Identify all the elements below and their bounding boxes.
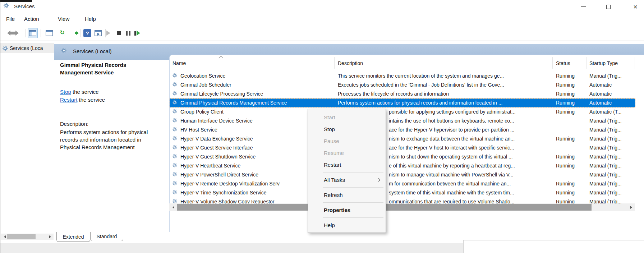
tree-horizontal-scrollbar[interactable] [1, 234, 54, 240]
context-menu-item-all-tasks[interactable]: All Tasks [308, 174, 386, 186]
service-gear-icon [174, 146, 176, 149]
context-menu-item-help[interactable]: Help [308, 219, 386, 231]
services-gear-icon [4, 47, 7, 50]
tab-extended[interactable]: Extended [56, 232, 90, 242]
toolbar: ↻ ? [0, 25, 644, 41]
cell-name: Gimmal Lifecycle Processing Service [180, 89, 335, 98]
service-gear-icon [174, 137, 176, 140]
table-row[interactable]: Geolocation Service This service monitor… [170, 72, 635, 80]
properties-icon[interactable] [44, 28, 54, 38]
cell-description: Executes jobs scheduled in the 'Gimmal -… [338, 80, 552, 89]
services-window: Services × File Action View Help ↻ ? Ser… [0, 0, 644, 253]
pause-service-icon[interactable] [123, 28, 133, 38]
cell-startup-type: Manual (Trig... [589, 170, 635, 179]
cell-startup-type: Automatic (T... [589, 107, 635, 116]
cell-description: This service monitors the current locati… [338, 72, 552, 80]
table-row[interactable]: Hyper-V Time Synchronization Service sys… [170, 188, 635, 197]
cell-description: nism to manage virtual machine with Powe… [389, 170, 552, 179]
menu-separator [323, 217, 383, 218]
start-service-icon[interactable] [105, 28, 115, 38]
console-tree-pane: Services (Loca [0, 41, 54, 243]
tab-standard[interactable]: Standard [90, 232, 123, 241]
tree-item-label: Services (Loca [10, 45, 43, 51]
context-menu-item-start[interactable]: Start [308, 111, 386, 123]
stop-service-link[interactable]: Stop [60, 89, 71, 95]
table-row[interactable]: Group Policy Client ponsible for applyin… [170, 107, 635, 116]
menu-separator [323, 172, 383, 172]
table-row[interactable]: Gimmal Job Scheduler Executes jobs sched… [170, 80, 635, 89]
context-menu-item-stop[interactable]: Stop [308, 123, 386, 135]
close-icon: × [633, 3, 638, 10]
column-header-name[interactable]: Name [172, 58, 186, 69]
restart-service-link[interactable]: Restart [60, 97, 77, 103]
service-gear-icon [174, 119, 176, 122]
menu-file[interactable]: File [6, 16, 15, 22]
stop-service-icon[interactable] [114, 28, 124, 38]
cell-status: Running [556, 72, 585, 80]
table-row[interactable]: Gimmal Lifecycle Processing Service Proc… [170, 89, 635, 98]
table-row[interactable]: Hyper-V Data Exchange Service nism to ex… [170, 134, 635, 143]
table-row[interactable]: Gimmal Physical Records Management Servi… [170, 98, 635, 107]
forward-icon[interactable] [13, 28, 23, 38]
table-row[interactable]: Hyper-V Volume Shadow Copy Requestor omm… [170, 197, 635, 203]
cell-name: Gimmal Job Scheduler [180, 80, 335, 89]
context-menu-item-restart[interactable]: Restart [308, 159, 386, 171]
cell-description: ponsible for applying settings configure… [389, 107, 552, 116]
tree-scroll-thumb[interactable] [7, 234, 36, 239]
cell-startup-type: Automatic [589, 89, 635, 98]
column-header-status[interactable]: Status [556, 58, 570, 69]
cell-status: Running [556, 161, 585, 170]
column-header-description[interactable]: Description [338, 58, 363, 69]
cell-status [556, 143, 585, 152]
scroll-right-icon[interactable] [629, 203, 635, 211]
restart-service-icon[interactable] [133, 28, 143, 38]
show-hide-action-pane-icon[interactable] [93, 28, 103, 38]
scroll-left-icon[interactable] [169, 203, 176, 211]
close-button[interactable]: × [627, 2, 643, 12]
context-menu-item-properties[interactable]: Properties [308, 204, 386, 216]
tree-item-services-local[interactable]: Services (Loca [0, 43, 54, 53]
cell-startup-type: Automatic [589, 98, 635, 107]
window-title: Services [14, 3, 35, 9]
cell-startup-type: Manual (Trig... [589, 179, 635, 188]
stop-service-line: Stop the service [60, 89, 99, 95]
cell-startup-type: Manual (Trig... [589, 188, 635, 197]
menu-help[interactable]: Help [85, 16, 96, 22]
table-row[interactable]: Hyper-V PowerShell Direct Service nism t… [170, 170, 635, 179]
menu-action[interactable]: Action [24, 16, 39, 22]
cell-status [556, 170, 585, 179]
cell-status: Running [556, 179, 585, 188]
table-row[interactable]: Human Interface Device Service intains t… [170, 116, 635, 125]
minimize-button[interactable] [575, 2, 591, 12]
refresh-icon[interactable]: ↻ [56, 28, 66, 38]
tree-scroll-left-icon[interactable] [1, 234, 7, 240]
table-row[interactable]: Hyper-V Remote Desktop Virtualization Se… [170, 179, 635, 188]
show-hide-console-tree-icon[interactable] [28, 28, 38, 38]
table-row[interactable]: HV Host Service ace for the Hyper-V hype… [170, 125, 635, 134]
horizontal-scrollbar[interactable] [169, 203, 635, 211]
table-row[interactable]: Hyper-V Guest Service Interface ace for … [170, 143, 635, 152]
table-row[interactable]: Hyper-V Guest Shutdown Service nism to s… [170, 152, 635, 161]
menu-view[interactable]: View [58, 16, 69, 22]
cell-startup-type: Manual (Trig... [589, 143, 635, 152]
cell-description: system time of this virtual machine with… [389, 188, 552, 197]
help-icon[interactable]: ? [82, 28, 92, 38]
context-menu-item-resume[interactable]: Resume [308, 147, 386, 159]
cell-status: Running [556, 107, 585, 116]
cell-startup-type: Manual (Trig... [589, 152, 635, 161]
bottom-right-panel [463, 240, 644, 253]
cell-startup-type: Manual (Trig... [589, 116, 635, 125]
cell-startup-type: Automatic [589, 80, 635, 89]
column-header-startup[interactable]: Startup Type [589, 58, 618, 69]
service-gear-icon [174, 155, 176, 158]
context-menu-item-refresh[interactable]: Refresh [308, 189, 386, 201]
cell-description: m for communication between the virtual … [389, 179, 552, 188]
tree-scroll-right-icon[interactable] [48, 234, 54, 240]
back-icon[interactable] [3, 28, 13, 38]
service-gear-icon [174, 128, 176, 131]
context-menu-item-pause[interactable]: Pause [308, 135, 386, 147]
table-row[interactable]: Hyper-V Heartbeat Service e of this virt… [170, 161, 635, 170]
maximize-button[interactable] [601, 2, 616, 12]
service-gear-icon [174, 92, 176, 95]
export-list-icon[interactable] [68, 28, 78, 38]
